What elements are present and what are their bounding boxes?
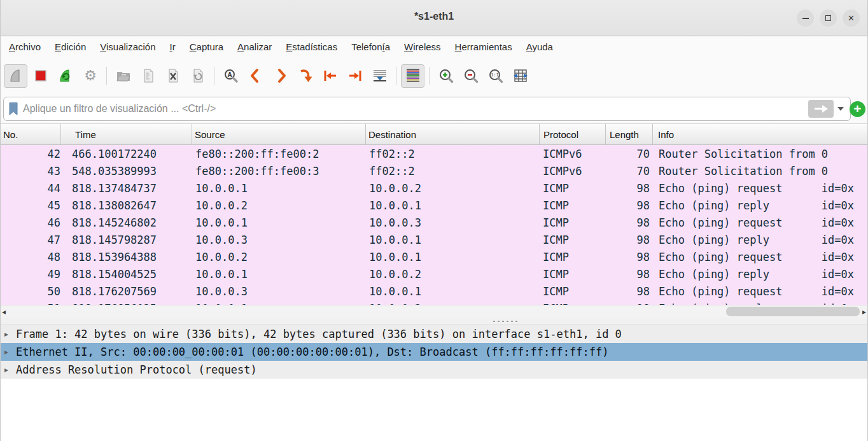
scroll-left-arrow-icon[interactable]: ◂ [2, 306, 6, 318]
column-header-info[interactable]: Info [652, 124, 867, 144]
scrollbar-thumb[interactable] [726, 307, 860, 316]
packet-row-46[interactable]: 46818.14524680210.0.0.110.0.0.3ICMP98Ech… [1, 214, 867, 231]
goto-packet-button[interactable] [293, 64, 317, 88]
filter-dropdown-caret-icon[interactable] [837, 107, 844, 111]
expander-triangle-icon[interactable]: ▸ [4, 330, 8, 339]
menu-telefonia[interactable]: Telefonía [344, 38, 397, 55]
column-header-time[interactable]: Time [60, 124, 192, 144]
next-packet-button[interactable] [269, 64, 292, 88]
cell-time: 818.176207569 [60, 285, 192, 298]
bookmark-icon[interactable] [8, 101, 19, 116]
menu-herramientas[interactable]: Herramientas [448, 38, 519, 55]
zoom-in-icon [438, 67, 454, 84]
capture-options-button[interactable]: ⚙ [78, 64, 102, 88]
detail-row-1[interactable]: ▸Ethernet II, Src: 00:00:00_00:00:01 (00… [1, 343, 867, 361]
horizontal-scrollbar[interactable]: ◂ ▸ [1, 305, 867, 318]
pane-splitter[interactable] [1, 318, 867, 325]
autoscroll-button[interactable] [368, 64, 391, 88]
splitter-grip-icon [492, 320, 519, 323]
packet-row-48[interactable]: 48818.15396438810.0.0.210.0.0.1ICMP98Ech… [1, 248, 867, 265]
menu-ayuda[interactable]: Ayuda [519, 38, 560, 55]
cell-dest: 10.0.0.2 [365, 182, 539, 195]
cell-len: 98 [605, 251, 652, 263]
cell-source: 10.0.0.1 [192, 182, 365, 195]
packet-row-49[interactable]: 49818.15400452510.0.0.110.0.0.2ICMP98Ech… [1, 265, 867, 283]
packet-row-45[interactable]: 45818.13808264710.0.0.210.0.0.1ICMP98Ech… [1, 197, 867, 214]
cell-dest: ff02::2 [365, 148, 539, 160]
zoom-original-icon: 1:1 [487, 67, 504, 84]
detail-row-0[interactable]: ▸Frame 1: 42 bytes on wire (336 bits), 4… [1, 325, 867, 343]
menu-analizar[interactable]: Analizar [230, 38, 279, 55]
cell-len: 98 [605, 199, 652, 212]
cell-proto: ICMP [539, 182, 605, 195]
packet-row-43[interactable]: 43548.035389993fe80::200:ff:fe00:3ff02::… [1, 162, 867, 179]
scroll-right-arrow-icon[interactable]: ▸ [862, 306, 866, 318]
column-header-source[interactable]: Source [192, 124, 365, 144]
close-button[interactable]: ✕ [843, 10, 860, 27]
cell-len: 70 [605, 165, 652, 178]
menu-estadisticas[interactable]: Estadísticas [279, 38, 344, 55]
filter-bar: + [1, 94, 867, 124]
menu-edicion[interactable]: Edición [48, 38, 93, 55]
cell-info: Echo (ping) request id=0x [652, 285, 867, 298]
zoom-out-button[interactable] [459, 64, 482, 88]
zoom-original-button[interactable]: 1:1 [484, 64, 507, 88]
save-capture-button[interactable] [136, 64, 160, 88]
close-capture-button[interactable] [161, 64, 185, 88]
maximize-icon [825, 15, 831, 21]
stop-capture-icon [32, 67, 49, 84]
resize-columns-button[interactable] [508, 64, 532, 88]
menu-captura[interactable]: Captura [183, 38, 230, 55]
display-filter-input[interactable] [23, 103, 808, 115]
display-filter-field[interactable] [3, 97, 851, 121]
cell-source: 10.0.0.3 [192, 285, 365, 298]
menu-visualizacion[interactable]: Visualización [93, 38, 162, 55]
cell-time: 818.145246802 [60, 216, 192, 229]
titlebar[interactable]: *s1-eth1 ✕ [1, 0, 867, 36]
open-capture-button[interactable] [111, 64, 135, 88]
apply-filter-arrow-icon [813, 104, 829, 113]
first-packet-button[interactable] [318, 64, 342, 88]
apply-filter-button[interactable] [808, 100, 834, 118]
column-header-destination[interactable]: Destination [365, 124, 539, 144]
empty-area [1, 379, 867, 441]
menu-ir[interactable]: Ir [163, 38, 183, 55]
reload-capture-button[interactable] [186, 64, 209, 88]
wireshark-fin-button[interactable] [4, 64, 27, 88]
zoom-in-button[interactable] [434, 64, 458, 88]
packet-list: 42466.100172240fe80::200:ff:fe00:2ff02::… [1, 145, 867, 305]
cell-source: 10.0.0.1 [192, 216, 365, 229]
expander-triangle-icon[interactable]: ▸ [4, 365, 8, 374]
cell-info: Router Solicitation from 0 [652, 148, 867, 160]
column-header-no[interactable]: No. [1, 124, 60, 144]
stop-capture-button[interactable] [29, 64, 52, 88]
cell-source: fe80::200:ff:fe00:3 [192, 165, 365, 178]
maximize-button[interactable] [820, 10, 837, 27]
find-packet-button[interactable]: A [219, 64, 242, 88]
packet-row-42[interactable]: 42466.100172240fe80::200:ff:fe00:2ff02::… [1, 145, 867, 162]
menu-archivo[interactable]: Archivo [2, 38, 48, 55]
toolbar-separator [396, 67, 396, 85]
column-header-protocol[interactable]: Protocol [539, 124, 605, 144]
colorize-button[interactable] [401, 64, 424, 88]
add-filter-button[interactable]: + [850, 101, 865, 117]
cell-no: 48 [1, 251, 60, 263]
packet-row-51[interactable]: 51818.17685602510.0.0.110.0.0.3ICMP98Ech… [1, 300, 867, 305]
packet-row-44[interactable]: 44818.13748473710.0.0.110.0.0.2ICMP98Ech… [1, 179, 867, 197]
save-capture-icon [140, 67, 157, 84]
column-header-length[interactable]: Length [605, 124, 652, 144]
cell-proto: ICMPv6 [539, 165, 605, 178]
minimize-button[interactable] [797, 10, 814, 27]
last-packet-button[interactable] [343, 64, 367, 88]
menu-wireless[interactable]: Wireless [397, 38, 448, 55]
cell-dest: 10.0.0.1 [365, 199, 539, 212]
packet-row-50[interactable]: 50818.17620756910.0.0.310.0.0.1ICMP98Ech… [1, 283, 867, 300]
packet-row-47[interactable]: 47818.14579828710.0.0.310.0.0.1ICMP98Ech… [1, 231, 867, 248]
expander-triangle-icon[interactable]: ▸ [4, 347, 8, 356]
restart-capture-button[interactable] [53, 64, 77, 88]
detail-row-2[interactable]: ▸Address Resolution Protocol (request) [1, 361, 867, 379]
cell-proto: ICMPv6 [539, 148, 605, 160]
cell-proto: ICMP [539, 251, 605, 263]
previous-packet-button[interactable] [244, 64, 267, 88]
open-capture-icon [115, 67, 132, 84]
